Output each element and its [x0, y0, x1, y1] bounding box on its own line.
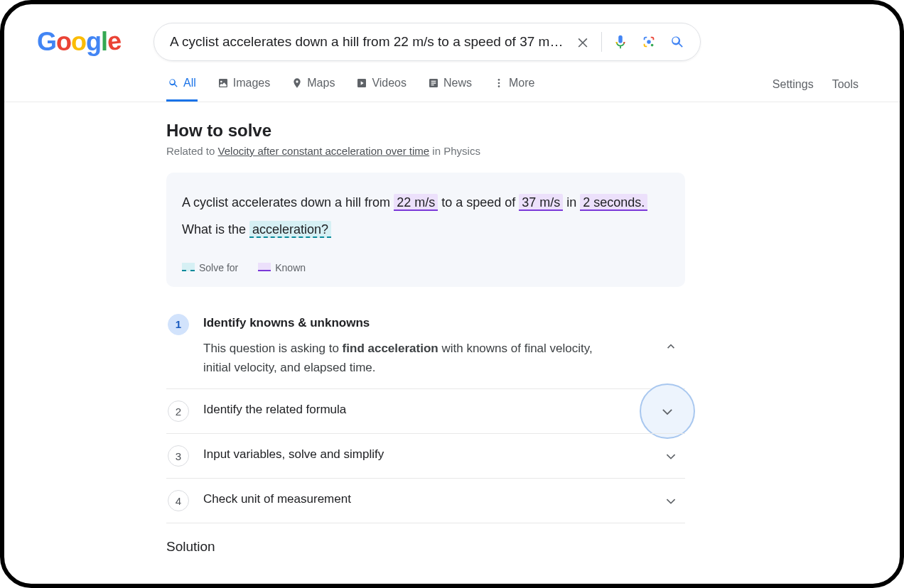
- svg-point-3: [498, 82, 500, 85]
- settings-link[interactable]: Settings: [773, 78, 814, 91]
- search-icon[interactable]: [667, 32, 687, 52]
- svg-point-4: [498, 85, 500, 87]
- solve-for-acceleration[interactable]: acceleration?: [249, 221, 331, 238]
- step-4-body: Check unit of measurement: [203, 490, 647, 506]
- svg-point-0: [647, 40, 651, 44]
- tab-news[interactable]: News: [426, 77, 473, 102]
- swatch-solvefor: [182, 263, 195, 271]
- related-prefix: Related to: [166, 145, 218, 157]
- chevron-down-highlighted[interactable]: [640, 383, 695, 439]
- main-content: How to solve Related to Velocity after c…: [4, 102, 708, 555]
- problem-box: A cyclist accelerates down a hill from 2…: [166, 173, 685, 287]
- topbar: Google: [4, 23, 900, 61]
- related-link[interactable]: Velocity after constant acceleration ove…: [218, 145, 430, 157]
- nav-tabs-wrap: All Images Maps Videos News More: [4, 77, 900, 102]
- legend-solvefor: Solve for: [182, 258, 238, 278]
- page: Google: [4, 4, 900, 584]
- step-1-body: Identify knowns & unknowns This question…: [203, 314, 647, 377]
- tab-more[interactable]: More: [492, 77, 536, 102]
- step-1-bold: find acceleration: [343, 342, 438, 355]
- legend: Solve for Known: [182, 258, 669, 278]
- device-frame: Google: [0, 0, 904, 588]
- chevron-up-icon[interactable]: [661, 336, 681, 356]
- swatch-known: [258, 263, 271, 271]
- search-small-icon: [168, 77, 179, 89]
- tab-all-label: All: [183, 77, 196, 89]
- tab-maps-label: Maps: [307, 77, 335, 89]
- problem-sentence: A cyclist accelerates down a hill from 2…: [182, 190, 669, 244]
- step-1-title: Identify knowns & unknowns: [203, 316, 647, 330]
- steps-list: 1 Identify knowns & unknowns This questi…: [166, 295, 685, 523]
- step-3-title: Input variables, solve and simplify: [203, 447, 647, 462]
- search-wrap: [154, 23, 701, 61]
- search-box[interactable]: [154, 23, 701, 61]
- legend-known: Known: [258, 258, 306, 278]
- related-line: Related to Velocity after constant accel…: [166, 145, 708, 157]
- maps-icon: [291, 77, 303, 89]
- step-3-body: Input variables, solve and simplify: [203, 445, 647, 462]
- step-4-title: Check unit of measurement: [203, 492, 647, 506]
- step-2-title: Identify the related formula: [203, 403, 681, 417]
- step-3-number: 3: [168, 445, 189, 467]
- step-3[interactable]: 3 Input variables, solve and simplify: [166, 433, 685, 478]
- news-icon: [428, 77, 439, 89]
- solution-heading: Solution: [166, 523, 685, 555]
- step-1-number: 1: [168, 314, 189, 335]
- nav-tabs: All Images Maps Videos News More: [166, 77, 900, 102]
- step-4[interactable]: 4 Check unit of measurement: [166, 478, 685, 523]
- step-1[interactable]: 1 Identify knowns & unknowns This questi…: [166, 295, 685, 388]
- lens-icon[interactable]: [639, 32, 659, 52]
- tab-maps[interactable]: Maps: [290, 77, 336, 102]
- tab-all[interactable]: All: [166, 77, 198, 102]
- known-initial-velocity[interactable]: 22 m/s: [394, 194, 438, 211]
- mic-icon[interactable]: [610, 32, 630, 52]
- step-1-desc: This question is asking to find accelera…: [203, 339, 601, 377]
- google-logo[interactable]: Google: [37, 27, 121, 57]
- tab-news-label: News: [443, 77, 472, 89]
- chevron-down-icon[interactable]: [661, 491, 681, 511]
- svg-point-1: [651, 44, 654, 47]
- known-final-velocity[interactable]: 37 m/s: [519, 194, 563, 211]
- step-2-body: Identify the related formula: [203, 401, 681, 417]
- step-4-number: 4: [168, 490, 189, 511]
- tab-images[interactable]: Images: [216, 77, 271, 102]
- tab-more-label: More: [509, 77, 534, 89]
- step-2-number: 2: [168, 401, 189, 422]
- tab-videos[interactable]: Videos: [355, 77, 408, 102]
- chevron-down-icon[interactable]: [661, 446, 681, 466]
- related-suffix: in Physics: [429, 145, 480, 157]
- known-time[interactable]: 2 seconds.: [580, 194, 647, 211]
- divider: [601, 32, 602, 52]
- chevron-down-icon: [660, 403, 675, 419]
- howto-heading: How to solve: [166, 121, 708, 141]
- step-2[interactable]: 2 Identify the related formula: [166, 388, 685, 433]
- tab-images-label: Images: [233, 77, 270, 89]
- clear-icon[interactable]: [573, 32, 593, 52]
- search-input[interactable]: [170, 34, 564, 50]
- image-icon: [217, 77, 229, 89]
- svg-point-2: [498, 79, 500, 81]
- video-icon: [356, 77, 367, 89]
- more-icon: [493, 77, 505, 89]
- tools-link[interactable]: Tools: [832, 78, 859, 91]
- tab-videos-label: Videos: [372, 77, 407, 89]
